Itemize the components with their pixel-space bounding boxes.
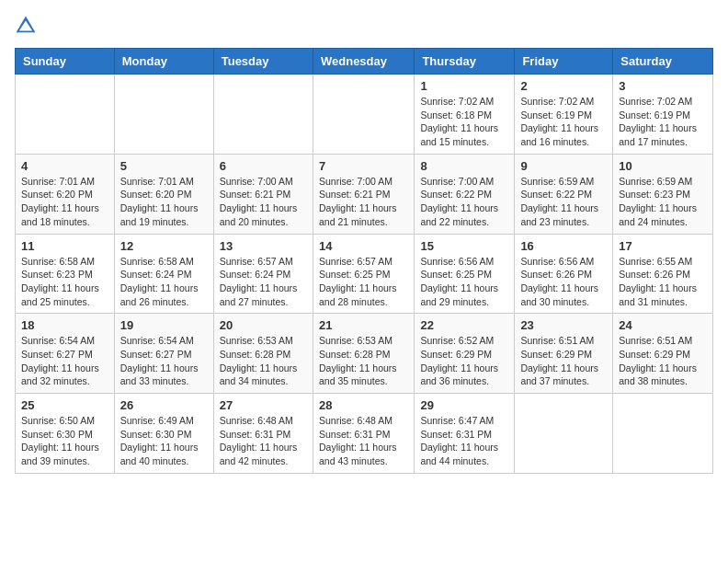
day-info: Sunrise: 6:57 AM Sunset: 6:24 PM Dayligh… [220,255,307,309]
week-row-4: 25Sunrise: 6:50 AM Sunset: 6:30 PM Dayli… [16,394,713,474]
header-saturday: Saturday [613,49,713,75]
day-info: Sunrise: 6:57 AM Sunset: 6:25 PM Dayligh… [319,255,408,309]
calendar-cell: 15Sunrise: 6:56 AM Sunset: 6:25 PM Dayli… [415,234,515,314]
day-info: Sunrise: 7:01 AM Sunset: 6:20 PM Dayligh… [21,175,108,229]
calendar-cell: 4Sunrise: 7:01 AM Sunset: 6:20 PM Daylig… [16,154,115,234]
day-info: Sunrise: 6:52 AM Sunset: 6:29 PM Dayligh… [420,334,508,388]
day-number: 1 [420,79,508,93]
header-friday: Friday [515,49,613,75]
day-info: Sunrise: 7:01 AM Sunset: 6:20 PM Dayligh… [120,175,208,229]
calendar-cell: 20Sunrise: 6:53 AM Sunset: 6:28 PM Dayli… [213,314,313,394]
day-info: Sunrise: 6:56 AM Sunset: 6:25 PM Dayligh… [420,255,508,309]
day-number: 25 [21,398,108,412]
calendar-cell: 26Sunrise: 6:49 AM Sunset: 6:30 PM Dayli… [114,394,213,474]
day-number: 15 [420,239,508,253]
calendar-cell: 1Sunrise: 7:02 AM Sunset: 6:18 PM Daylig… [415,75,515,155]
calendar-cell: 16Sunrise: 6:56 AM Sunset: 6:26 PM Dayli… [515,234,613,314]
calendar-cell [613,394,713,474]
day-info: Sunrise: 7:02 AM Sunset: 6:18 PM Dayligh… [420,95,508,149]
header-sunday: Sunday [16,49,115,75]
week-row-3: 18Sunrise: 6:54 AM Sunset: 6:27 PM Dayli… [16,314,713,394]
day-number: 17 [619,239,707,253]
day-info: Sunrise: 7:02 AM Sunset: 6:19 PM Dayligh… [619,95,707,149]
day-info: Sunrise: 6:58 AM Sunset: 6:23 PM Dayligh… [21,255,108,309]
day-info: Sunrise: 7:00 AM Sunset: 6:21 PM Dayligh… [220,175,307,229]
day-number: 20 [220,318,307,332]
day-number: 5 [120,159,208,173]
calendar-cell: 8Sunrise: 7:00 AM Sunset: 6:22 PM Daylig… [415,154,515,234]
day-number: 6 [220,159,307,173]
page-header [15,15,713,37]
day-number: 19 [120,318,208,332]
day-number: 24 [619,318,707,332]
day-number: 10 [619,159,707,173]
calendar-cell [114,75,213,155]
day-info: Sunrise: 6:55 AM Sunset: 6:26 PM Dayligh… [619,255,707,309]
day-number: 12 [120,239,208,253]
day-number: 28 [319,398,408,412]
day-number: 9 [520,159,607,173]
day-info: Sunrise: 6:49 AM Sunset: 6:30 PM Dayligh… [120,414,208,468]
day-number: 18 [21,318,108,332]
day-number: 27 [220,398,307,412]
header-row: SundayMondayTuesdayWednesdayThursdayFrid… [16,49,713,75]
day-number: 3 [619,79,707,93]
calendar-cell [213,75,313,155]
header-monday: Monday [114,49,213,75]
logo [15,15,40,37]
day-number: 23 [520,318,607,332]
calendar-cell: 14Sunrise: 6:57 AM Sunset: 6:25 PM Dayli… [313,234,414,314]
day-number: 11 [21,239,108,253]
week-row-0: 1Sunrise: 7:02 AM Sunset: 6:18 PM Daylig… [16,75,713,155]
day-info: Sunrise: 7:00 AM Sunset: 6:22 PM Dayligh… [420,175,508,229]
day-number: 22 [420,318,508,332]
calendar-cell: 19Sunrise: 6:54 AM Sunset: 6:27 PM Dayli… [114,314,213,394]
calendar-cell: 5Sunrise: 7:01 AM Sunset: 6:20 PM Daylig… [114,154,213,234]
calendar-cell: 21Sunrise: 6:53 AM Sunset: 6:28 PM Dayli… [313,314,414,394]
day-info: Sunrise: 6:47 AM Sunset: 6:31 PM Dayligh… [420,414,508,468]
day-number: 16 [520,239,607,253]
day-number: 8 [420,159,508,173]
calendar-cell: 27Sunrise: 6:48 AM Sunset: 6:31 PM Dayli… [213,394,313,474]
calendar-cell: 22Sunrise: 6:52 AM Sunset: 6:29 PM Dayli… [415,314,515,394]
calendar-cell: 2Sunrise: 7:02 AM Sunset: 6:19 PM Daylig… [515,75,613,155]
day-info: Sunrise: 6:48 AM Sunset: 6:31 PM Dayligh… [220,414,307,468]
day-info: Sunrise: 6:51 AM Sunset: 6:29 PM Dayligh… [619,334,707,388]
calendar-cell: 9Sunrise: 6:59 AM Sunset: 6:22 PM Daylig… [515,154,613,234]
calendar-cell: 6Sunrise: 7:00 AM Sunset: 6:21 PM Daylig… [213,154,313,234]
calendar-cell: 3Sunrise: 7:02 AM Sunset: 6:19 PM Daylig… [613,75,713,155]
day-info: Sunrise: 6:50 AM Sunset: 6:30 PM Dayligh… [21,414,108,468]
day-number: 7 [319,159,408,173]
day-info: Sunrise: 6:56 AM Sunset: 6:26 PM Dayligh… [520,255,607,309]
calendar-cell: 12Sunrise: 6:58 AM Sunset: 6:24 PM Dayli… [114,234,213,314]
calendar-cell: 10Sunrise: 6:59 AM Sunset: 6:23 PM Dayli… [613,154,713,234]
day-number: 4 [21,159,108,173]
week-row-2: 11Sunrise: 6:58 AM Sunset: 6:23 PM Dayli… [16,234,713,314]
week-row-1: 4Sunrise: 7:01 AM Sunset: 6:20 PM Daylig… [16,154,713,234]
day-number: 14 [319,239,408,253]
day-number: 29 [420,398,508,412]
calendar-cell: 11Sunrise: 6:58 AM Sunset: 6:23 PM Dayli… [16,234,115,314]
header-tuesday: Tuesday [213,49,313,75]
calendar-cell: 23Sunrise: 6:51 AM Sunset: 6:29 PM Dayli… [515,314,613,394]
day-number: 26 [120,398,208,412]
day-info: Sunrise: 7:00 AM Sunset: 6:21 PM Dayligh… [319,175,408,229]
calendar-cell: 28Sunrise: 6:48 AM Sunset: 6:31 PM Dayli… [313,394,414,474]
day-info: Sunrise: 6:51 AM Sunset: 6:29 PM Dayligh… [520,334,607,388]
day-info: Sunrise: 6:48 AM Sunset: 6:31 PM Dayligh… [319,414,408,468]
calendar-table: SundayMondayTuesdayWednesdayThursdayFrid… [15,48,713,474]
logo-icon [15,15,37,37]
day-info: Sunrise: 6:54 AM Sunset: 6:27 PM Dayligh… [21,334,108,388]
day-info: Sunrise: 6:59 AM Sunset: 6:23 PM Dayligh… [619,175,707,229]
calendar-cell [16,75,115,155]
calendar-cell: 24Sunrise: 6:51 AM Sunset: 6:29 PM Dayli… [613,314,713,394]
calendar-cell [313,75,414,155]
calendar-cell: 7Sunrise: 7:00 AM Sunset: 6:21 PM Daylig… [313,154,414,234]
day-number: 21 [319,318,408,332]
calendar-cell: 17Sunrise: 6:55 AM Sunset: 6:26 PM Dayli… [613,234,713,314]
day-info: Sunrise: 6:59 AM Sunset: 6:22 PM Dayligh… [520,175,607,229]
day-info: Sunrise: 6:58 AM Sunset: 6:24 PM Dayligh… [120,255,208,309]
day-info: Sunrise: 6:54 AM Sunset: 6:27 PM Dayligh… [120,334,208,388]
calendar-cell: 13Sunrise: 6:57 AM Sunset: 6:24 PM Dayli… [213,234,313,314]
day-number: 13 [220,239,307,253]
